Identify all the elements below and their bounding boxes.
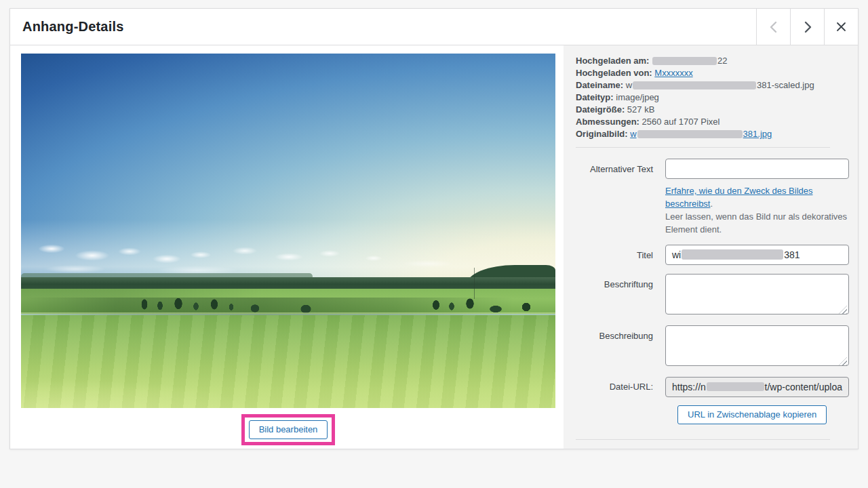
copy-url-button[interactable]: URL in Zwischenablage kopieren	[677, 405, 827, 424]
title-row: Titel wi381	[576, 245, 849, 265]
caption-label: Beschriftung	[576, 274, 665, 317]
title-label: Titel	[576, 245, 665, 265]
attachment-details-modal: Anhang-Details	[9, 8, 859, 449]
attachment-details-sidebar: Hochgeladen am: 22 Hochgeladen von: Mxxx…	[564, 45, 858, 449]
redacted-text	[633, 81, 756, 89]
uploaded-on-row: Hochgeladen am: 22	[576, 55, 849, 67]
alt-text-label: Alternativer Text	[576, 159, 665, 236]
edit-image-button[interactable]: Bild bearbeiten	[249, 420, 328, 439]
original-image-row: Originalbild: w381.jpg	[576, 128, 849, 140]
filename-row: Dateiname: w381-scaled.jpg	[576, 79, 849, 92]
alt-text-help-link[interactable]: Erfahre, wie du den Zweck des Bildes bes…	[665, 186, 813, 209]
caption-row: Beschriftung	[576, 274, 849, 317]
section-divider	[576, 147, 830, 148]
chevron-left-icon	[768, 20, 779, 34]
attachment-preview-panel: Bild bearbeiten	[10, 45, 564, 449]
photo-ground	[21, 277, 555, 408]
file-url-label: Datei-URL:	[576, 377, 665, 397]
page-title: Anhang-Details	[10, 9, 756, 45]
description-row: Beschreibung	[576, 325, 849, 368]
caption-textarea[interactable]	[665, 274, 849, 314]
redacted-text	[707, 382, 764, 391]
file-url-row: Datei-URL: https://nt/wp-content/uploa	[576, 377, 849, 397]
uploaded-by-row: Hochgeladen von: Mxxxxxxx	[576, 67, 849, 79]
filetype-row: Dateityp: image/jpeg	[576, 92, 849, 104]
original-image-link[interactable]: w381.jpg	[630, 129, 772, 139]
modal-titlebar: Anhang-Details	[10, 9, 858, 45]
dimensions-row: Abmessungen: 2560 auf 1707 Pixel	[576, 116, 849, 128]
photo-clouds	[21, 54, 555, 278]
uploader-link[interactable]: Mxxxxxxx	[654, 68, 692, 78]
attachment-meta: Hochgeladen am: 22 Hochgeladen von: Mxxx…	[576, 55, 849, 140]
filesize-row: Dateigröße: 527 kB	[576, 104, 849, 116]
close-icon	[836, 22, 846, 32]
alt-text-input[interactable]	[665, 159, 849, 179]
file-url-input[interactable]: https://nt/wp-content/uploa	[665, 377, 849, 397]
chevron-right-icon	[802, 20, 813, 34]
title-input[interactable]: wi381	[665, 245, 849, 265]
close-modal-button[interactable]	[824, 9, 858, 45]
alt-text-row: Alternativer Text Erfahre, wie du den Zw…	[576, 159, 849, 236]
annotation-highlight-box: Bild bearbeiten	[241, 414, 336, 445]
section-divider	[576, 439, 830, 440]
description-textarea[interactable]	[665, 325, 849, 366]
description-label: Beschreibung	[576, 325, 665, 368]
previous-attachment-button[interactable]	[756, 9, 790, 45]
redacted-text	[637, 130, 743, 138]
redacted-text	[682, 249, 783, 260]
alt-text-help: Erfahre, wie du den Zweck des Bildes bes…	[665, 184, 849, 236]
next-attachment-button[interactable]	[790, 9, 824, 45]
attachment-image	[21, 54, 555, 408]
redacted-text	[652, 57, 717, 65]
